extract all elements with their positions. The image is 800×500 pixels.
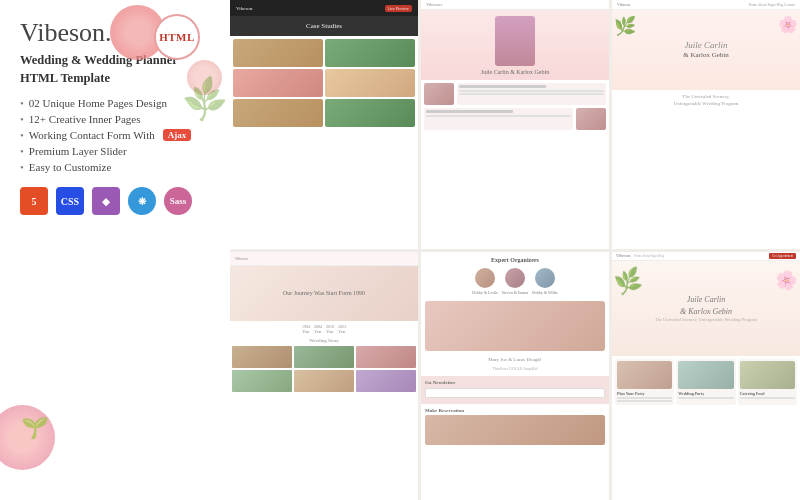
img-block-2b <box>576 108 606 130</box>
stat-1: 1994Year <box>302 324 310 334</box>
mini-photo-2 <box>678 361 733 389</box>
newsletter-section-5: Go Newsletter <box>421 376 609 404</box>
mock-brand-3: Vibeson. <box>617 2 631 7</box>
col-block-2: Wedding Party <box>676 359 735 405</box>
mini-title-3: Catering Food <box>740 391 795 396</box>
expert-avatar-1 <box>475 268 495 288</box>
mini-photo-1 <box>617 361 672 389</box>
expert-item-2: Steven & Emma <box>502 268 528 295</box>
stats-row-4: 1994Year 2004Year 2018Year 2023Year <box>230 321 418 337</box>
gallery-thumb-2 <box>294 346 354 368</box>
photo-3 <box>233 69 323 97</box>
mock-nav-3: Vibeson. Home About Pages Blog Contact <box>612 0 800 10</box>
gallery-thumb-1 <box>232 346 292 368</box>
couple-photo-2 <box>495 16 535 66</box>
mock-header-4: Vibeson. <box>230 252 418 266</box>
title-bar-2c <box>426 110 513 113</box>
hero-6: 🌿 🌸 Juile Carlin & Karlox Gebin The Unri… <box>612 261 800 356</box>
newsletter-input-5[interactable] <box>425 388 605 398</box>
get-appointment-btn-6[interactable]: Get Appointment <box>769 253 796 259</box>
css3-icon: CSS <box>56 187 84 215</box>
photo-grid-1 <box>230 36 418 130</box>
mock-header-1: Vibeson. Live Preview <box>230 0 418 16</box>
img-block-2 <box>424 83 454 105</box>
preview-card-case-studies[interactable]: Vibeson. Live Preview Case Studies <box>230 0 418 249</box>
big-name-3: Juile Carlin & Karlox Gebin <box>683 39 729 61</box>
photo-6 <box>325 99 415 127</box>
reserve-section-5: Make Reservation <box>421 404 609 449</box>
experts-row-5: Bobby & Leslie Steven & Emma Bobby & Wil… <box>421 266 609 297</box>
gallery-thumb-3 <box>356 346 416 368</box>
expert-name-2: Steven & Emma <box>502 290 528 295</box>
newsletter-title-5: Go Newsletter <box>425 380 605 385</box>
photo-2 <box>325 39 415 67</box>
preview-card-main-hero[interactable]: Vibeson. Home About Pages Blog Contact 🌿… <box>612 0 800 249</box>
tech-icons-row: 5 CSS ◆ ❋ Sass <box>20 187 210 215</box>
reserve-img-5 <box>425 415 605 445</box>
framework-icon: ❋ <box>128 187 156 215</box>
leaf-right-6: 🌸 <box>773 266 800 293</box>
hero-section-2: Juile Carlin & Karlox Gebin <box>421 10 609 80</box>
feature-item-5: Easy to Customize <box>20 161 210 173</box>
mock-nav-2: Vibeson. <box>421 0 609 10</box>
hero-main-3: 🌿 🌸 Juile Carlin & Karlox Gebin <box>612 10 800 90</box>
mock-site-6: Vibeson. Home About Pages Blog Get Appoi… <box>612 252 800 501</box>
hero-name-6: Juile Carlin & Karlox Gebin <box>680 294 732 316</box>
mock-brand-4: Vibeson. <box>235 256 249 261</box>
feature-item-3: Working Contact Form With Ajax <box>20 129 210 141</box>
preview-card-experts[interactable]: Expert Organizers Bobby & Leslie Steven … <box>421 252 609 501</box>
mini-text-3a <box>740 397 795 399</box>
mock-site-4: Vibeson. Our Journey Was Start Form 1990… <box>230 252 418 501</box>
left-panel: 🌿 🌱 Vibeson. HTML Wedding & Wedding Plan… <box>0 0 230 500</box>
feature-item-1: 02 Unique Home Pages Design <box>20 97 210 109</box>
title-bar-2a <box>459 85 546 88</box>
col-block-1: Plan Your Party <box>615 359 674 405</box>
flower-decoration-tr <box>187 60 222 95</box>
layer-icon: ◆ <box>92 187 120 215</box>
col-block-3: Catering Food <box>738 359 797 405</box>
content-row-2 <box>424 108 606 130</box>
gallery-thumb-6 <box>356 370 416 392</box>
text-bar-2a <box>459 90 604 92</box>
mini-title-2: Wedding Party <box>678 391 733 396</box>
couple-caption-5: Mary Joe & Lucas Dough! <box>421 355 609 364</box>
mini-text-2a <box>678 397 733 399</box>
content-6: Plan Your Party Wedding Party Catering F… <box>612 356 800 408</box>
mock-brand-6: Vibeson. <box>616 253 631 258</box>
hero-4: Our Journey Was Start Form 1990 <box>230 266 418 321</box>
preview-card-couple-hero[interactable]: Vibeson. Juile Carlin & Karlox Gebin <box>421 0 609 249</box>
ajax-badge: Ajax <box>163 129 192 141</box>
nav-links-3: Home About Pages Blog Contact <box>749 3 795 7</box>
mock-site-3: Vibeson. Home About Pages Blog Contact 🌿… <box>612 0 800 249</box>
stat-2: 2004Year <box>314 324 322 334</box>
features-list: 02 Unique Home Pages Design 12+ Creative… <box>20 97 210 173</box>
expert-name-3: Bobby & Willie <box>532 290 558 295</box>
mock-site-1: Vibeson. Live Preview Case Studies <box>230 0 418 249</box>
mock-site-5: Expert Organizers Bobby & Leslie Steven … <box>421 252 609 501</box>
wedding-story-title: Weeding Story <box>230 337 418 344</box>
gallery-grid-4 <box>230 344 418 394</box>
couple-img-5 <box>425 301 605 351</box>
html-badge: HTML <box>154 14 200 60</box>
hero-title-4: Our Journey Was Start Form 1990 <box>283 290 365 296</box>
couple-name-2: Juile Carlin & Karlox Gebin <box>481 69 549 75</box>
feature-item-4: Premium Layer Slider <box>20 145 210 157</box>
hero-flower-left-3: 🌿 <box>614 15 636 37</box>
expert-name-1: Bobby & Leslie <box>472 290 498 295</box>
screenshots-area: Vibeson. Live Preview Case Studies Vibes… <box>230 0 800 500</box>
reserve-title-5: Make Reservation <box>425 408 605 413</box>
expert-avatar-2 <box>505 268 525 288</box>
mock-brand-1: Vibeson. <box>236 6 254 11</box>
mini-text-1b <box>617 400 672 402</box>
hero-flower-right-3: 🌸 <box>778 15 798 34</box>
preview-card-wedding-story[interactable]: Vibeson. Our Journey Was Start Form 1990… <box>230 252 418 501</box>
preview-card-vibeson-main[interactable]: Vibeson. Home About Pages Blog Get Appoi… <box>612 252 800 501</box>
brand-logos-5: ThreKnot GOGLE SnapKid <box>421 364 609 373</box>
expert-title-5: Expert Organizers <box>421 252 609 266</box>
nav-links-6: Home About Pages Blog <box>634 254 664 258</box>
photo-4 <box>325 69 415 97</box>
tagline-3: The Unrivaled Scenery, Unforgettable Wee… <box>612 90 800 110</box>
live-preview-btn-1: Live Preview <box>385 5 412 12</box>
gallery-thumb-5 <box>294 370 354 392</box>
stat-4: 2023Year <box>338 324 346 334</box>
